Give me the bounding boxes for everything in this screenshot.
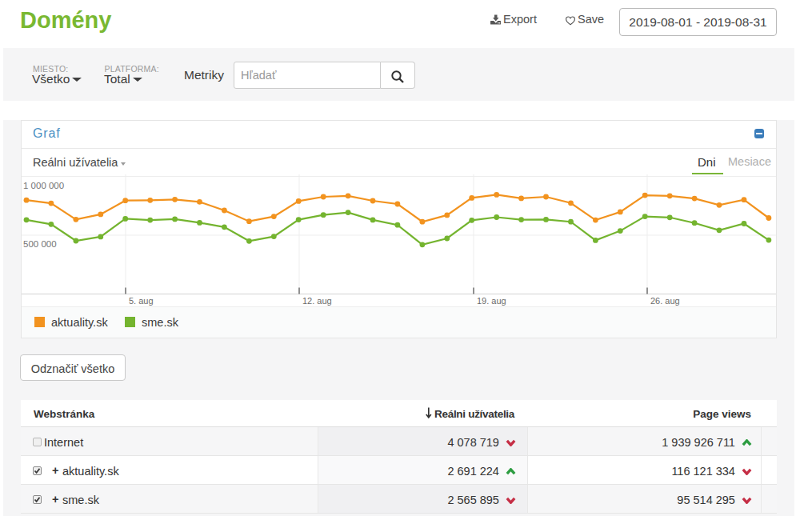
svg-text:12. aug: 12. aug [302, 296, 332, 306]
svg-text:26. aug: 26. aug [650, 296, 680, 306]
svg-text:1 000 000: 1 000 000 [23, 181, 64, 190]
svg-text:500 000: 500 000 [23, 239, 57, 249]
svg-text:19. aug: 19. aug [477, 296, 506, 306]
svg-text:5. aug: 5. aug [129, 296, 154, 306]
